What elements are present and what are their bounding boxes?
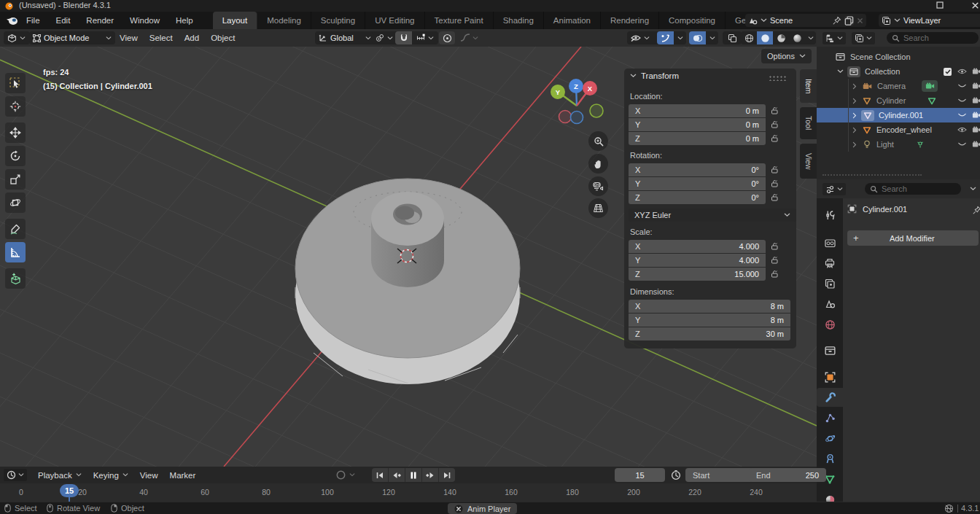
anim-player-badge[interactable]: Anim Player <box>448 503 517 514</box>
transform-orientation-dropdown[interactable]: Global <box>315 31 375 44</box>
sidebar-tab-item[interactable]: Item <box>800 69 817 103</box>
expand-icon[interactable] <box>852 127 857 133</box>
camera-visibility-icon[interactable] <box>972 68 980 75</box>
dimensions-z-field[interactable]: Z30 m <box>629 327 790 340</box>
lock-icon[interactable] <box>770 179 779 188</box>
workspace-tab-compositing[interactable]: Compositing <box>659 12 726 29</box>
zoom-button[interactable] <box>588 131 608 151</box>
tab-render[interactable] <box>817 233 843 252</box>
object-visibility-dropdown[interactable] <box>627 31 659 44</box>
menu-view[interactable]: View <box>114 29 144 47</box>
viewlayer-name[interactable]: ViewLayer <box>903 16 979 25</box>
blender-logo-icon[interactable] <box>6 16 18 26</box>
properties-editor-type-button[interactable] <box>822 183 846 195</box>
rotate-tool[interactable] <box>5 146 26 166</box>
chevron-down-icon[interactable] <box>349 473 355 477</box>
breadcrumb-object-name[interactable]: Cylinder.001 <box>863 205 907 214</box>
menu-add[interactable]: Add <box>179 29 205 47</box>
camera-visibility-icon[interactable] <box>972 82 980 90</box>
chevron-down-icon[interactable] <box>970 187 976 191</box>
workspace-tab-texture-paint[interactable]: Texture Paint <box>425 12 494 29</box>
expand-icon[interactable] <box>852 112 857 119</box>
scale-tool[interactable] <box>5 169 26 190</box>
pivot-point-dropdown[interactable] <box>372 31 398 44</box>
lock-icon[interactable] <box>770 120 779 129</box>
next-keyframe-button[interactable] <box>422 468 438 482</box>
prev-keyframe-button[interactable] <box>389 468 405 482</box>
lock-icon[interactable] <box>770 133 779 143</box>
menu-timeline-view[interactable]: View <box>134 467 164 484</box>
tab-collection[interactable] <box>817 341 843 360</box>
menu-select[interactable]: Select <box>144 29 179 47</box>
rotation-y-field[interactable]: Y0° <box>629 177 766 190</box>
show-gizmo-toggle[interactable] <box>657 31 674 44</box>
options-dropdown[interactable]: Options <box>761 49 812 63</box>
eye-closed-icon[interactable] <box>957 112 967 119</box>
gizmo-settings[interactable] <box>674 31 686 44</box>
measure-tool[interactable] <box>5 242 26 262</box>
encoder-wheel-object[interactable] <box>295 179 520 384</box>
tab-output[interactable] <box>817 254 843 273</box>
rotation-x-field[interactable]: X0° <box>629 163 766 176</box>
eye-open-icon[interactable] <box>957 68 967 75</box>
collapse-icon[interactable] <box>837 69 844 74</box>
sidebar-tab-view[interactable]: View <box>800 144 817 179</box>
timeline-editor-type-button[interactable] <box>4 469 27 481</box>
editor-type-button[interactable] <box>4 31 30 44</box>
transform-tool[interactable] <box>5 192 26 213</box>
expand-icon[interactable] <box>852 141 857 148</box>
dimensions-y-field[interactable]: Y8 m <box>629 314 790 327</box>
outliner-filter-dropdown[interactable] <box>852 32 875 44</box>
outliner-row-light[interactable]: Light <box>817 137 980 152</box>
cursor-tool[interactable] <box>5 96 26 117</box>
outliner-row-cylinder-001[interactable]: Cylinder.001 <box>817 108 980 122</box>
orthographic-toggle-button[interactable] <box>588 198 608 218</box>
viewport-3d[interactable]: fps: 24 (15) Collection | Cylinder.001 O… <box>0 47 817 467</box>
viewlayer-icon[interactable] <box>882 16 891 26</box>
snap-toggle[interactable] <box>395 31 412 44</box>
location-z-field[interactable]: Z0 m <box>629 132 766 145</box>
scene-icon[interactable] <box>748 16 758 26</box>
gizmo-axis-x-neg[interactable] <box>559 111 572 123</box>
shading-material-button[interactable] <box>773 31 789 44</box>
tab-modifiers[interactable] <box>817 388 843 407</box>
sidebar-tab-tool[interactable]: Tool <box>800 107 817 139</box>
workspace-tab-uv-editing[interactable]: UV Editing <box>365 12 424 29</box>
rotation-z-field[interactable]: Z0° <box>629 191 766 204</box>
outliner-row-scene-collection[interactable]: Scene Collection <box>817 50 980 64</box>
pin-icon[interactable] <box>973 206 980 214</box>
stopwatch-icon[interactable] <box>671 470 681 480</box>
menu-render[interactable]: Render <box>78 12 122 29</box>
tab-constraints[interactable] <box>817 449 843 468</box>
shading-solid-button[interactable] <box>757 31 773 44</box>
workspace-tab-sculpting[interactable]: Sculpting <box>311 12 365 29</box>
outliner-search-input[interactable]: Search <box>887 32 979 44</box>
chevron-down-icon[interactable] <box>761 18 767 23</box>
shading-settings[interactable] <box>805 31 816 44</box>
expand-icon[interactable] <box>852 98 857 104</box>
menu-window[interactable]: Window <box>122 12 168 29</box>
outliner-row-camera[interactable]: Camera <box>817 79 980 93</box>
pin-icon[interactable] <box>833 16 841 25</box>
camera-visibility-icon[interactable] <box>972 112 980 119</box>
location-y-field[interactable]: Y0 m <box>629 118 766 131</box>
jump-to-end-button[interactable] <box>439 468 455 482</box>
scale-z-field[interactable]: Z15.000 <box>629 268 766 281</box>
maximize-icon[interactable] <box>936 1 944 9</box>
expand-icon[interactable] <box>852 83 857 90</box>
camera-visibility-icon[interactable] <box>972 126 980 133</box>
outliner-row-cylinder[interactable]: Cylinder <box>817 93 980 108</box>
camera-view-button[interactable] <box>588 176 608 196</box>
overlays-settings[interactable] <box>706 31 718 44</box>
menu-keying[interactable]: Keying <box>88 467 134 484</box>
eye-closed-icon[interactable] <box>957 141 967 148</box>
rotation-mode-dropdown[interactable]: XYZ Euler <box>629 209 796 222</box>
auto-key-record-icon[interactable] <box>335 470 346 480</box>
menu-object[interactable]: Object <box>205 29 241 47</box>
new-scene-icon[interactable] <box>844 16 854 26</box>
workspace-tab-rendering[interactable]: Rendering <box>601 12 659 29</box>
workspace-tab-layout[interactable]: Layout <box>213 12 258 29</box>
menu-help[interactable]: Help <box>168 12 201 29</box>
dimensions-x-field[interactable]: X8 m <box>629 300 790 313</box>
playhead[interactable]: 15 <box>60 484 79 497</box>
